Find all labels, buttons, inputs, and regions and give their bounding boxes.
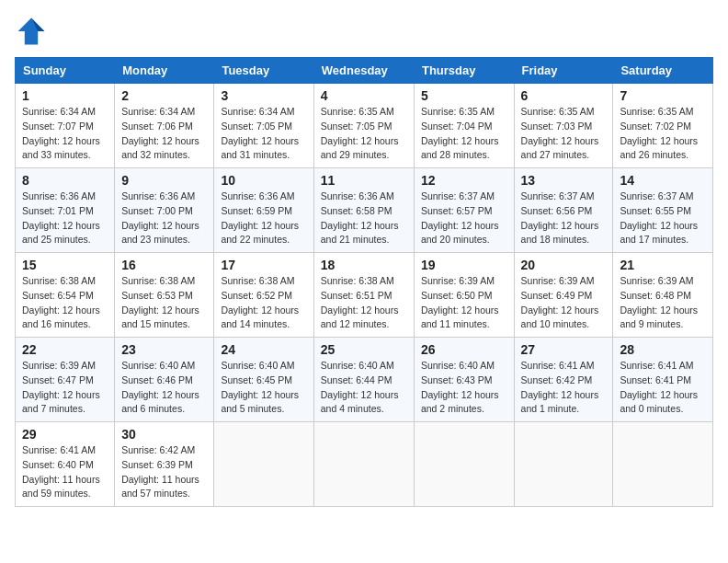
- day-info: Sunrise: 6:37 AMSunset: 6:57 PMDaylight:…: [421, 190, 507, 247]
- column-header-tuesday: Tuesday: [214, 58, 313, 84]
- column-header-wednesday: Wednesday: [313, 58, 414, 84]
- day-cell: 9Sunrise: 6:36 AMSunset: 7:00 PMDaylight…: [115, 168, 214, 253]
- day-cell: 30Sunrise: 6:42 AMSunset: 6:39 PMDayligh…: [115, 422, 214, 507]
- day-info: Sunrise: 6:36 AMSunset: 7:01 PMDaylight:…: [22, 190, 108, 247]
- day-info: Sunrise: 6:38 AMSunset: 6:53 PMDaylight:…: [121, 274, 207, 332]
- day-info: Sunrise: 6:34 AMSunset: 7:05 PMDaylight:…: [221, 105, 306, 163]
- day-info: Sunrise: 6:40 AMSunset: 6:44 PMDaylight:…: [321, 359, 407, 417]
- day-number: 20: [521, 258, 607, 272]
- day-cell: 18Sunrise: 6:38 AMSunset: 6:51 PMDayligh…: [313, 253, 414, 338]
- week-row-3: 15Sunrise: 6:38 AMSunset: 6:54 PMDayligh…: [16, 253, 713, 338]
- day-info: Sunrise: 6:40 AMSunset: 6:45 PMDaylight:…: [221, 359, 306, 417]
- day-cell: 29Sunrise: 6:41 AMSunset: 6:40 PMDayligh…: [16, 422, 115, 507]
- day-number: 11: [321, 173, 407, 188]
- day-number: 2: [121, 88, 207, 103]
- day-info: Sunrise: 6:38 AMSunset: 6:52 PMDaylight:…: [221, 274, 306, 332]
- day-info: Sunrise: 6:38 AMSunset: 6:54 PMDaylight:…: [22, 274, 108, 332]
- day-info: Sunrise: 6:39 AMSunset: 6:50 PMDaylight:…: [421, 274, 507, 332]
- day-cell: 6Sunrise: 6:35 AMSunset: 7:03 PMDaylight…: [514, 84, 613, 168]
- day-number: 1: [22, 88, 108, 103]
- day-cell: 12Sunrise: 6:37 AMSunset: 6:57 PMDayligh…: [414, 168, 514, 253]
- day-info: Sunrise: 6:34 AMSunset: 7:07 PMDaylight:…: [22, 105, 108, 163]
- day-cell: 15Sunrise: 6:38 AMSunset: 6:54 PMDayligh…: [16, 253, 115, 338]
- day-cell: 7Sunrise: 6:35 AMSunset: 7:02 PMDaylight…: [613, 84, 713, 168]
- day-info: Sunrise: 6:35 AMSunset: 7:04 PMDaylight:…: [421, 105, 507, 163]
- day-info: Sunrise: 6:41 AMSunset: 6:42 PMDaylight:…: [521, 359, 607, 417]
- day-cell: [414, 422, 514, 507]
- day-number: 19: [421, 258, 507, 272]
- day-cell: 23Sunrise: 6:40 AMSunset: 6:46 PMDayligh…: [115, 338, 214, 422]
- week-row-2: 8Sunrise: 6:36 AMSunset: 7:01 PMDaylight…: [16, 168, 713, 253]
- page-header: [15, 15, 713, 48]
- calendar-table: SundayMondayTuesdayWednesdayThursdayFrid…: [15, 57, 713, 507]
- day-cell: 27Sunrise: 6:41 AMSunset: 6:42 PMDayligh…: [514, 338, 613, 422]
- day-info: Sunrise: 6:41 AMSunset: 6:40 PMDaylight:…: [22, 443, 108, 501]
- day-cell: 2Sunrise: 6:34 AMSunset: 7:06 PMDaylight…: [115, 84, 214, 168]
- day-number: 9: [121, 173, 207, 188]
- day-number: 26: [421, 342, 507, 357]
- day-cell: 3Sunrise: 6:34 AMSunset: 7:05 PMDaylight…: [214, 84, 313, 168]
- day-number: 23: [121, 342, 207, 357]
- day-info: Sunrise: 6:36 AMSunset: 6:58 PMDaylight:…: [321, 190, 407, 247]
- day-cell: 4Sunrise: 6:35 AMSunset: 7:05 PMDaylight…: [313, 84, 414, 168]
- day-info: Sunrise: 6:39 AMSunset: 6:47 PMDaylight:…: [22, 359, 108, 417]
- day-cell: [214, 422, 313, 507]
- day-number: 6: [521, 88, 607, 103]
- day-info: Sunrise: 6:40 AMSunset: 6:43 PMDaylight:…: [421, 359, 507, 417]
- week-row-5: 29Sunrise: 6:41 AMSunset: 6:40 PMDayligh…: [16, 422, 713, 507]
- day-number: 12: [421, 173, 507, 188]
- day-number: 24: [221, 342, 306, 357]
- day-cell: 28Sunrise: 6:41 AMSunset: 6:41 PMDayligh…: [613, 338, 713, 422]
- day-cell: [514, 422, 613, 507]
- day-number: 8: [22, 173, 108, 188]
- day-cell: 10Sunrise: 6:36 AMSunset: 6:59 PMDayligh…: [214, 168, 313, 253]
- day-info: Sunrise: 6:39 AMSunset: 6:49 PMDaylight:…: [521, 274, 607, 332]
- logo: [15, 15, 51, 48]
- day-number: 16: [121, 258, 207, 272]
- day-cell: 8Sunrise: 6:36 AMSunset: 7:01 PMDaylight…: [16, 168, 115, 253]
- day-number: 4: [321, 88, 407, 103]
- day-info: Sunrise: 6:42 AMSunset: 6:39 PMDaylight:…: [121, 443, 207, 501]
- day-number: 28: [620, 342, 706, 357]
- day-number: 14: [620, 173, 706, 188]
- column-header-sunday: Sunday: [16, 58, 115, 84]
- day-cell: 25Sunrise: 6:40 AMSunset: 6:44 PMDayligh…: [313, 338, 414, 422]
- day-number: 10: [221, 173, 306, 188]
- day-number: 7: [620, 88, 706, 103]
- day-cell: 22Sunrise: 6:39 AMSunset: 6:47 PMDayligh…: [16, 338, 115, 422]
- day-number: 30: [121, 427, 207, 442]
- day-info: Sunrise: 6:40 AMSunset: 6:46 PMDaylight:…: [121, 359, 207, 417]
- day-number: 27: [521, 342, 607, 357]
- day-info: Sunrise: 6:39 AMSunset: 6:48 PMDaylight:…: [620, 274, 706, 332]
- day-cell: 20Sunrise: 6:39 AMSunset: 6:49 PMDayligh…: [514, 253, 613, 338]
- day-cell: 26Sunrise: 6:40 AMSunset: 6:43 PMDayligh…: [414, 338, 514, 422]
- day-cell: 19Sunrise: 6:39 AMSunset: 6:50 PMDayligh…: [414, 253, 514, 338]
- day-cell: 16Sunrise: 6:38 AMSunset: 6:53 PMDayligh…: [115, 253, 214, 338]
- day-info: Sunrise: 6:35 AMSunset: 7:03 PMDaylight:…: [521, 105, 607, 163]
- day-cell: 1Sunrise: 6:34 AMSunset: 7:07 PMDaylight…: [16, 84, 115, 168]
- day-info: Sunrise: 6:37 AMSunset: 6:56 PMDaylight:…: [521, 190, 607, 247]
- day-info: Sunrise: 6:36 AMSunset: 7:00 PMDaylight:…: [121, 190, 207, 247]
- day-info: Sunrise: 6:36 AMSunset: 6:59 PMDaylight:…: [221, 190, 306, 247]
- logo-icon: [15, 15, 48, 48]
- week-row-1: 1Sunrise: 6:34 AMSunset: 7:07 PMDaylight…: [16, 84, 713, 168]
- day-number: 5: [421, 88, 507, 103]
- day-cell: 5Sunrise: 6:35 AMSunset: 7:04 PMDaylight…: [414, 84, 514, 168]
- day-cell: [313, 422, 414, 507]
- day-cell: 11Sunrise: 6:36 AMSunset: 6:58 PMDayligh…: [313, 168, 414, 253]
- day-info: Sunrise: 6:35 AMSunset: 7:05 PMDaylight:…: [321, 105, 407, 163]
- day-number: 29: [22, 427, 108, 442]
- calendar-header-row: SundayMondayTuesdayWednesdayThursdayFrid…: [16, 58, 713, 84]
- day-cell: 13Sunrise: 6:37 AMSunset: 6:56 PMDayligh…: [514, 168, 613, 253]
- day-cell: 17Sunrise: 6:38 AMSunset: 6:52 PMDayligh…: [214, 253, 313, 338]
- day-info: Sunrise: 6:37 AMSunset: 6:55 PMDaylight:…: [620, 190, 706, 247]
- day-cell: 24Sunrise: 6:40 AMSunset: 6:45 PMDayligh…: [214, 338, 313, 422]
- column-header-friday: Friday: [514, 58, 613, 84]
- day-cell: 21Sunrise: 6:39 AMSunset: 6:48 PMDayligh…: [613, 253, 713, 338]
- day-number: 13: [521, 173, 607, 188]
- day-number: 17: [221, 258, 306, 272]
- day-number: 3: [221, 88, 306, 103]
- day-number: 15: [22, 258, 108, 272]
- week-row-4: 22Sunrise: 6:39 AMSunset: 6:47 PMDayligh…: [16, 338, 713, 422]
- day-number: 18: [321, 258, 407, 272]
